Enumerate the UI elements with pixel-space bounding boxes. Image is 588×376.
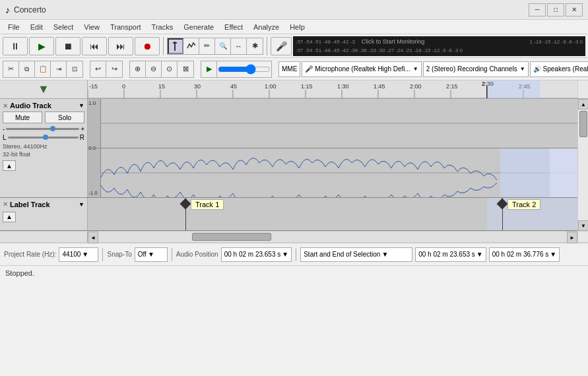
audio-track-dropdown-btn[interactable]: ▼ <box>79 102 84 109</box>
timeshift-tool-button[interactable]: ↔ <box>231 38 247 54</box>
menu-transport[interactable]: Transport <box>105 22 147 32</box>
project-rate-selector[interactable]: 44100 ▼ <box>59 247 98 262</box>
scale-labels: 1.0 0.0 -1.0 <box>88 99 101 197</box>
vscroll-up-btn[interactable]: ▲ <box>578 99 588 110</box>
zoom-in-button[interactable]: ⊕ <box>130 61 146 77</box>
speaker-selector[interactable]: 🔊 Speakers (Realtek High Definiti... ▼ <box>530 61 588 77</box>
maximize-button[interactable]: □ <box>547 3 564 16</box>
vscroll-down-btn[interactable]: ▼ <box>578 220 588 231</box>
gain-slider[interactable] <box>6 126 79 133</box>
stop-button[interactable]: ⏹ <box>55 37 81 55</box>
draw-tool-button[interactable]: ✏ <box>199 38 215 54</box>
click-to-monitor: Click to Start Monitoring <box>362 38 425 45</box>
label-track-name-btn[interactable]: Label Track <box>10 201 79 208</box>
hscrollbar-track[interactable] <box>98 232 567 242</box>
record-button[interactable]: ⏺ <box>135 37 160 55</box>
cut-button[interactable]: ✂ <box>3 61 19 77</box>
play-button[interactable]: ▶ <box>29 37 54 55</box>
mic-input-button[interactable]: 🎤 <box>271 37 292 55</box>
project-rate-arrow: ▼ <box>82 251 88 258</box>
copy-button[interactable]: ⧉ <box>19 61 35 77</box>
vscrollbar[interactable]: ▲ ▼ <box>577 99 588 231</box>
menu-effect[interactable]: Effect <box>219 22 248 32</box>
menu-view[interactable]: View <box>79 22 105 32</box>
hscroll-right-btn[interactable]: ► <box>567 232 577 243</box>
redo-button[interactable]: ↪ <box>106 61 122 77</box>
vscroll-track[interactable] <box>578 110 588 220</box>
audio-track-name-btn[interactable]: Audio Track <box>10 102 79 110</box>
channels-selector[interactable]: 2 (Stereo) Recording Channels ▼ <box>423 61 529 77</box>
undo-redo-group: ↩ ↪ <box>90 61 123 78</box>
selection-tools: ✏ 🔍 ↔ ✱ <box>167 38 263 55</box>
hscrollbar-thumb[interactable] <box>192 233 271 241</box>
paste-button[interactable]: 📋 <box>35 61 51 77</box>
mute-button[interactable]: Mute <box>3 111 42 123</box>
svg-text:-15: -15 <box>89 83 98 90</box>
zoom-tool-button[interactable]: 🔍 <box>215 38 231 54</box>
audio-track-waveform[interactable]: 1.0 0.0 -1.0 <box>88 99 577 197</box>
menu-analyze[interactable]: Analyze <box>248 22 284 32</box>
menu-generate[interactable]: Generate <box>178 22 219 32</box>
svg-text:45: 45 <box>230 83 237 90</box>
audio-position-display[interactable]: 00 h 02 m 23.653 s ▼ <box>221 247 292 262</box>
speed-slider[interactable] <box>218 62 271 77</box>
pause-button[interactable]: ⏸ <box>3 37 28 55</box>
sel-end-display[interactable]: 00 h 02 m 36.776 s ▼ <box>489 247 560 262</box>
selection-tool-button[interactable] <box>168 38 183 54</box>
envelope-tool-button[interactable] <box>183 38 199 54</box>
selection-mode-selector[interactable]: Start and End of Selection ▼ <box>300 247 412 262</box>
track-close-btn[interactable]: ✕ <box>3 102 8 110</box>
solo-button[interactable]: Solo <box>45 111 84 123</box>
zoom-sel-button[interactable]: ⊙ <box>162 61 178 77</box>
trim-button[interactable]: ⇥ <box>51 61 67 77</box>
vscroll-thumb[interactable] <box>579 111 587 137</box>
track-header: ✕ Audio Track ▼ <box>3 102 84 110</box>
play-at-speed-button[interactable]: ▶ <box>201 61 217 77</box>
pan-slider[interactable] <box>8 135 79 141</box>
edit-toolbar: ✂ ⧉ 📋 ⇥ ⊡ ↩ ↪ ⊕ ⊖ ⊙ ⊠ ▶ MME 🎤 Microphone… <box>0 58 588 80</box>
label-track-area[interactable]: Track 1 Track 2 <box>88 198 577 230</box>
svg-rect-1 <box>173 42 174 44</box>
mic-selector[interactable]: 🎤 Microphone (Realtek High Defi... ▼ <box>302 61 421 77</box>
hscroll-left-btn[interactable]: ◄ <box>88 232 98 243</box>
label-track-row: ✕ Label Track ▼ ▲ Track 1 <box>0 198 577 231</box>
api-selector[interactable]: MME <box>278 61 300 77</box>
label-track-collapse-button[interactable]: ▲ <box>3 212 16 222</box>
menu-select[interactable]: Select <box>48 22 79 32</box>
menu-edit[interactable]: Edit <box>25 22 48 32</box>
undo-button[interactable]: ↩ <box>90 61 106 77</box>
zoom-out-button[interactable]: ⊖ <box>146 61 162 77</box>
svg-rect-30 <box>487 80 540 98</box>
svg-text:30: 30 <box>194 83 201 90</box>
zoom-fit-button[interactable]: ⊠ <box>178 61 193 77</box>
audio-pos-value: 00 h 02 m 23.653 s <box>224 251 281 258</box>
label-track-close-btn[interactable]: ✕ <box>3 201 8 208</box>
silence-button[interactable]: ⊡ <box>67 61 82 77</box>
snap-to-selector[interactable]: Off ▼ <box>135 247 168 262</box>
channel-2 <box>101 148 577 197</box>
audio-pos-arrow: ▼ <box>282 251 288 258</box>
skip-start-button[interactable]: ⏮ <box>82 37 107 55</box>
bottom-sep3 <box>296 248 296 261</box>
menu-tracks[interactable]: Tracks <box>147 22 179 32</box>
vscroll-top <box>577 80 588 98</box>
menu-help[interactable]: Help <box>284 22 310 32</box>
ruler-stub: ▼ <box>0 80 88 98</box>
skip-end-button[interactable]: ⏭ <box>108 37 133 55</box>
time-ruler[interactable]: -15 0 15 30 45 1:00 1:15 1:30 1:45 <box>88 80 577 98</box>
tracks-area: ✕ Audio Track ▼ Mute Solo - + <box>0 99 588 231</box>
separator-2 <box>267 37 267 55</box>
green-arrow[interactable]: ▼ <box>38 82 49 96</box>
ruler-svg: -15 0 15 30 45 1:00 1:15 1:30 1:45 <box>88 80 577 98</box>
multi-tool-button[interactable]: ✱ <box>247 38 263 54</box>
minimize-button[interactable]: ─ <box>529 3 546 16</box>
menu-file[interactable]: File <box>3 22 25 32</box>
sel-start-display[interactable]: 00 h 02 m 23.653 s ▼ <box>415 247 486 262</box>
svg-text:15: 15 <box>158 83 165 90</box>
label-track-dropdown-btn[interactable]: ▼ <box>79 201 84 208</box>
level-meter-top[interactable]: -57 -54 -51 -48 -45 -42 -3 Click to Star… <box>293 36 585 56</box>
close-button[interactable]: ✕ <box>566 3 583 16</box>
track-collapse-button[interactable]: ▲ <box>3 160 16 171</box>
speed-slider-input[interactable] <box>218 67 271 72</box>
hscroll-stub <box>0 232 88 242</box>
